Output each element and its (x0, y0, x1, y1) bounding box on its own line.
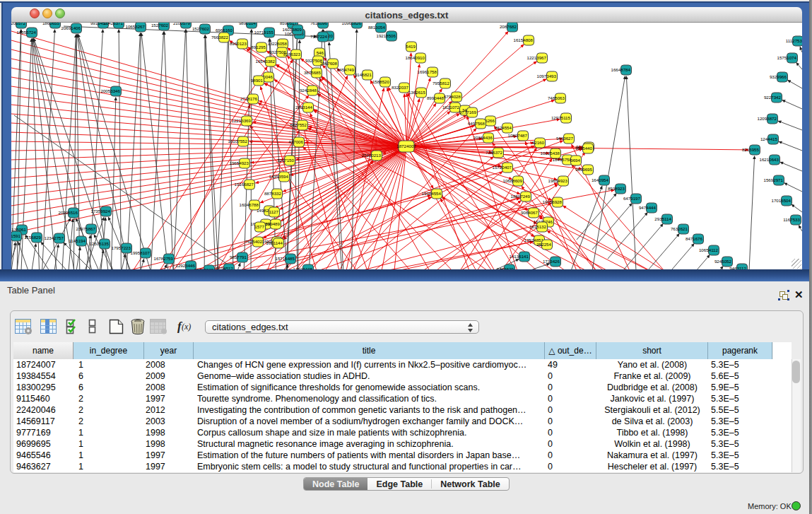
svg-text:7616096: 7616096 (310, 23, 328, 25)
svg-text:19218506: 19218506 (376, 33, 396, 38)
svg-text:18495758: 18495758 (552, 157, 572, 162)
svg-text:7632621: 7632621 (671, 226, 688, 231)
svg-text:9474444: 9474444 (639, 205, 657, 210)
svg-text:1527602: 1527602 (192, 26, 210, 31)
svg-text:18640910: 18640910 (405, 55, 425, 60)
svg-text:2935114: 2935114 (654, 216, 671, 221)
svg-text:9890104: 9890104 (239, 23, 257, 25)
svg-text:8186323: 8186323 (283, 52, 301, 57)
svg-text:2967608: 2967608 (320, 61, 338, 66)
svg-text:10654112: 10654112 (699, 247, 719, 252)
svg-text:19166827: 19166827 (234, 182, 254, 187)
svg-text:9084067: 9084067 (521, 210, 539, 215)
svg-text:8813054: 8813054 (368, 25, 386, 30)
svg-text:19384554: 19384554 (421, 191, 441, 196)
svg-text:8990448: 8990448 (427, 95, 445, 100)
svg-text:9694: 9694 (570, 158, 580, 163)
svg-text:12505135: 12505135 (89, 241, 109, 246)
svg-text:6794028: 6794028 (444, 94, 461, 99)
svg-text:17359924: 17359924 (90, 209, 110, 214)
svg-text:391591: 391591 (11, 233, 21, 238)
svg-text:1860655: 1860655 (42, 23, 60, 25)
svg-text:16961758: 16961758 (417, 69, 437, 74)
svg-text:1127: 1127 (269, 209, 279, 214)
svg-text:19654923: 19654923 (548, 178, 567, 183)
svg-text:10807487: 10807487 (507, 133, 527, 138)
svg-text:13226058: 13226058 (267, 41, 287, 46)
svg-text:14055724: 14055724 (16, 30, 36, 35)
svg-text:1577: 1577 (254, 224, 264, 229)
svg-text:20364436: 20364436 (473, 135, 493, 140)
svg-text:10426371: 10426371 (103, 23, 123, 25)
svg-text:8427552: 8427552 (290, 122, 307, 127)
svg-text:16033809: 16033809 (282, 27, 302, 32)
svg-text:8215955: 8215955 (742, 147, 760, 152)
svg-text:1145194: 1145194 (69, 238, 86, 243)
svg-text:1621072: 1621072 (442, 105, 460, 110)
svg-text:16107552: 16107552 (228, 139, 247, 144)
svg-text:9857791: 9857791 (230, 255, 247, 259)
svg-text:14353594: 14353594 (269, 174, 288, 179)
svg-text:2803144: 2803144 (295, 105, 313, 110)
svg-text:9515440: 9515440 (575, 146, 593, 151)
svg-text:1167533: 1167533 (783, 217, 800, 222)
svg-text:6497568: 6497568 (468, 121, 486, 126)
svg-text:20691406: 20691406 (61, 25, 81, 30)
svg-text:(x): (x) (182, 322, 191, 332)
svg-text:9242848: 9242848 (300, 88, 317, 93)
svg-text:7485063: 7485063 (548, 95, 565, 100)
svg-text:25300213: 25300213 (361, 153, 381, 158)
svg-text:16046788: 16046788 (239, 202, 259, 207)
svg-text:10792346: 10792346 (194, 267, 213, 269)
svg-text:9227342: 9227342 (764, 95, 782, 100)
svg-text:417006: 417006 (288, 139, 303, 144)
svg-text:1733426: 1733426 (543, 259, 560, 264)
svg-text:3267150: 3267150 (277, 158, 295, 163)
svg-text:8938923: 8938923 (608, 186, 625, 191)
svg-text:12342757: 12342757 (44, 235, 64, 240)
svg-text:9777169: 9777169 (459, 110, 477, 115)
svg-text:23975867: 23975867 (76, 226, 95, 231)
svg-text:6966160: 6966160 (216, 28, 233, 33)
svg-text:98901: 98901 (251, 78, 264, 83)
svg-text:1588520: 1588520 (372, 79, 390, 84)
svg-text:8471676: 8471676 (686, 236, 703, 241)
svg-text:7955812: 7955812 (433, 81, 450, 86)
svg-text:16154808: 16154808 (513, 37, 533, 42)
svg-text:12923448: 12923448 (293, 267, 312, 269)
svg-text:10653267: 10653267 (125, 24, 145, 29)
svg-text:9463629: 9463629 (497, 267, 514, 269)
svg-text:2087682: 2087682 (500, 24, 517, 29)
svg-text:10719155: 10719155 (254, 30, 273, 35)
svg-text:15716485: 15716485 (275, 256, 295, 261)
svg-text:9194512: 9194512 (216, 266, 234, 269)
svg-text:1156829: 1156829 (24, 235, 41, 240)
svg-text:3624554: 3624554 (495, 125, 512, 130)
svg-text:10973493: 10973493 (536, 74, 556, 78)
svg-text:1527602: 1527602 (151, 23, 169, 28)
svg-text:7663822: 7663822 (211, 35, 229, 40)
svg-text:9245052: 9245052 (714, 259, 732, 264)
svg-text:9329966: 9329966 (770, 74, 787, 79)
svg-text:20053346: 20053346 (100, 88, 120, 93)
svg-text:7625402: 7625402 (245, 239, 263, 244)
svg-text:2718176: 2718176 (240, 96, 258, 101)
svg-text:19756928: 19756928 (542, 199, 562, 204)
svg-text:6479197: 6479197 (623, 196, 641, 201)
svg-text:3875685: 3875685 (304, 70, 322, 75)
svg-text:17957223: 17957223 (111, 245, 131, 250)
svg-text:15751074: 15751074 (777, 55, 796, 60)
svg-text:17016504: 17016504 (771, 198, 791, 203)
svg-text:1244415: 1244415 (760, 136, 778, 141)
svg-text:16210643: 16210643 (759, 157, 779, 162)
svg-text:16648784: 16648784 (611, 67, 630, 72)
svg-text:1362615: 1362615 (408, 90, 426, 95)
svg-text:19958107: 19958107 (130, 250, 150, 255)
svg-text:12213967: 12213967 (526, 55, 546, 60)
svg-text:5419: 5419 (406, 44, 416, 49)
svg-text:15692971: 15692971 (763, 177, 783, 182)
svg-text:20206516: 20206516 (58, 210, 78, 215)
svg-text:1640954: 1640954 (592, 177, 609, 182)
svg-text:12213369: 12213369 (231, 118, 251, 123)
svg-text:1112753: 1112753 (786, 38, 802, 43)
